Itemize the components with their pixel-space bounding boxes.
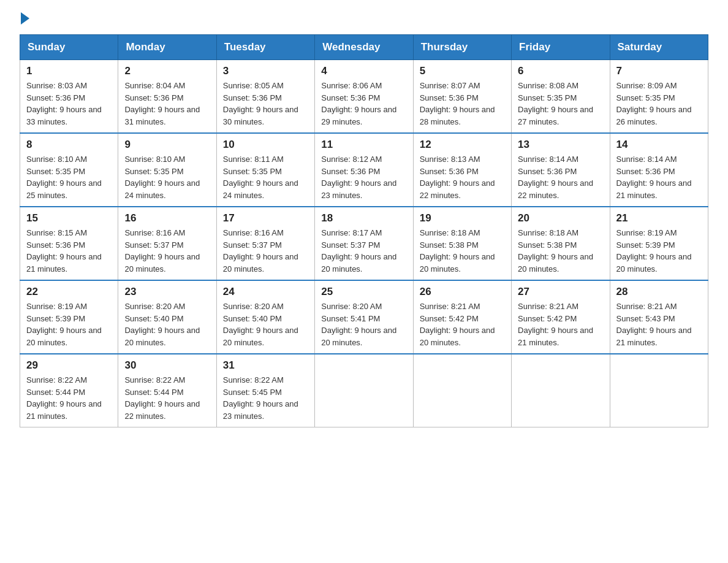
weekday-header-monday: Monday <box>118 35 216 60</box>
day-number: 12 <box>420 139 505 151</box>
day-number: 13 <box>518 139 603 151</box>
day-number: 17 <box>223 212 308 224</box>
calendar-cell <box>512 354 610 427</box>
day-number: 2 <box>124 65 210 77</box>
day-number: 28 <box>616 286 702 298</box>
day-number: 18 <box>321 212 406 224</box>
day-info: Sunrise: 8:19 AMSunset: 5:39 PMDaylight:… <box>616 227 702 275</box>
calendar-cell: 4Sunrise: 8:06 AMSunset: 5:36 PMDaylight… <box>315 60 413 134</box>
day-number: 1 <box>26 65 112 77</box>
day-info: Sunrise: 8:05 AMSunset: 5:36 PMDaylight:… <box>223 80 308 128</box>
calendar-cell: 2Sunrise: 8:04 AMSunset: 5:36 PMDaylight… <box>118 60 216 134</box>
calendar-cell: 10Sunrise: 8:11 AMSunset: 5:35 PMDayligh… <box>216 133 314 207</box>
day-number: 19 <box>420 212 505 224</box>
day-info: Sunrise: 8:16 AMSunset: 5:37 PMDaylight:… <box>124 227 210 275</box>
day-info: Sunrise: 8:14 AMSunset: 5:36 PMDaylight:… <box>616 153 702 201</box>
day-number: 24 <box>223 286 308 298</box>
calendar-cell: 31Sunrise: 8:22 AMSunset: 5:45 PMDayligh… <box>216 354 314 427</box>
calendar-cell: 11Sunrise: 8:12 AMSunset: 5:36 PMDayligh… <box>315 133 413 207</box>
day-number: 7 <box>616 65 702 77</box>
day-info: Sunrise: 8:20 AMSunset: 5:40 PMDaylight:… <box>223 301 308 348</box>
day-info: Sunrise: 8:13 AMSunset: 5:36 PMDaylight:… <box>420 153 505 201</box>
day-info: Sunrise: 8:12 AMSunset: 5:36 PMDaylight:… <box>321 153 406 201</box>
week-row-4: 22Sunrise: 8:19 AMSunset: 5:39 PMDayligh… <box>20 280 708 354</box>
day-info: Sunrise: 8:09 AMSunset: 5:35 PMDaylight:… <box>616 80 702 128</box>
day-number: 20 <box>518 212 603 224</box>
day-number: 8 <box>26 139 112 151</box>
calendar-cell: 28Sunrise: 8:21 AMSunset: 5:43 PMDayligh… <box>610 280 708 354</box>
calendar-cell <box>413 354 511 427</box>
day-number: 14 <box>616 139 702 151</box>
calendar-cell: 19Sunrise: 8:18 AMSunset: 5:38 PMDayligh… <box>413 207 511 280</box>
day-info: Sunrise: 8:18 AMSunset: 5:38 PMDaylight:… <box>420 227 505 275</box>
week-row-5: 29Sunrise: 8:22 AMSunset: 5:44 PMDayligh… <box>20 354 708 427</box>
day-number: 11 <box>321 139 406 151</box>
calendar-cell <box>315 354 413 427</box>
day-number: 29 <box>26 359 112 372</box>
weekday-header-saturday: Saturday <box>610 35 708 60</box>
calendar-cell: 17Sunrise: 8:16 AMSunset: 5:37 PMDayligh… <box>216 207 314 280</box>
day-info: Sunrise: 8:18 AMSunset: 5:38 PMDaylight:… <box>518 227 603 275</box>
calendar-cell: 23Sunrise: 8:20 AMSunset: 5:40 PMDayligh… <box>118 280 216 354</box>
day-info: Sunrise: 8:20 AMSunset: 5:40 PMDaylight:… <box>124 301 210 348</box>
calendar-cell: 16Sunrise: 8:16 AMSunset: 5:37 PMDayligh… <box>118 207 216 280</box>
day-number: 31 <box>223 359 308 372</box>
day-info: Sunrise: 8:06 AMSunset: 5:36 PMDaylight:… <box>321 80 406 128</box>
day-info: Sunrise: 8:16 AMSunset: 5:37 PMDaylight:… <box>223 227 308 275</box>
day-number: 4 <box>321 65 406 77</box>
day-number: 10 <box>223 139 308 151</box>
calendar-cell: 25Sunrise: 8:20 AMSunset: 5:41 PMDayligh… <box>315 280 413 354</box>
day-info: Sunrise: 8:15 AMSunset: 5:36 PMDaylight:… <box>26 227 112 275</box>
calendar-cell <box>610 354 708 427</box>
day-number: 22 <box>26 286 112 298</box>
calendar-cell: 3Sunrise: 8:05 AMSunset: 5:36 PMDaylight… <box>216 60 314 134</box>
weekday-header-row: SundayMondayTuesdayWednesdayThursdayFrid… <box>20 35 708 60</box>
day-info: Sunrise: 8:14 AMSunset: 5:36 PMDaylight:… <box>518 153 603 201</box>
weekday-header-tuesday: Tuesday <box>216 35 314 60</box>
day-number: 21 <box>616 212 702 224</box>
week-row-3: 15Sunrise: 8:15 AMSunset: 5:36 PMDayligh… <box>20 207 708 280</box>
calendar-cell: 1Sunrise: 8:03 AMSunset: 5:36 PMDaylight… <box>20 60 118 134</box>
calendar-table: SundayMondayTuesdayWednesdayThursdayFrid… <box>20 34 708 427</box>
day-number: 26 <box>420 286 505 298</box>
calendar-cell: 26Sunrise: 8:21 AMSunset: 5:42 PMDayligh… <box>413 280 511 354</box>
weekday-header-sunday: Sunday <box>20 35 118 60</box>
week-row-1: 1Sunrise: 8:03 AMSunset: 5:36 PMDaylight… <box>20 60 708 134</box>
calendar-cell: 29Sunrise: 8:22 AMSunset: 5:44 PMDayligh… <box>20 354 118 427</box>
day-number: 30 <box>124 359 210 372</box>
day-info: Sunrise: 8:03 AMSunset: 5:36 PMDaylight:… <box>26 80 112 128</box>
calendar-cell: 22Sunrise: 8:19 AMSunset: 5:39 PMDayligh… <box>20 280 118 354</box>
calendar-cell: 24Sunrise: 8:20 AMSunset: 5:40 PMDayligh… <box>216 280 314 354</box>
day-info: Sunrise: 8:08 AMSunset: 5:35 PMDaylight:… <box>518 80 603 128</box>
calendar-cell: 21Sunrise: 8:19 AMSunset: 5:39 PMDayligh… <box>610 207 708 280</box>
day-number: 3 <box>223 65 308 77</box>
calendar-cell: 18Sunrise: 8:17 AMSunset: 5:37 PMDayligh… <box>315 207 413 280</box>
day-info: Sunrise: 8:21 AMSunset: 5:43 PMDaylight:… <box>616 301 702 348</box>
day-info: Sunrise: 8:21 AMSunset: 5:42 PMDaylight:… <box>420 301 505 348</box>
day-info: Sunrise: 8:22 AMSunset: 5:44 PMDaylight:… <box>26 374 112 422</box>
calendar-cell: 20Sunrise: 8:18 AMSunset: 5:38 PMDayligh… <box>512 207 610 280</box>
calendar-cell: 12Sunrise: 8:13 AMSunset: 5:36 PMDayligh… <box>413 133 511 207</box>
weekday-header-thursday: Thursday <box>413 35 511 60</box>
calendar-cell: 15Sunrise: 8:15 AMSunset: 5:36 PMDayligh… <box>20 207 118 280</box>
day-number: 23 <box>124 286 210 298</box>
week-row-2: 8Sunrise: 8:10 AMSunset: 5:35 PMDaylight… <box>20 133 708 207</box>
day-info: Sunrise: 8:21 AMSunset: 5:42 PMDaylight:… <box>518 301 603 348</box>
day-info: Sunrise: 8:20 AMSunset: 5:41 PMDaylight:… <box>321 301 406 348</box>
logo <box>20 15 29 22</box>
day-info: Sunrise: 8:07 AMSunset: 5:36 PMDaylight:… <box>420 80 505 128</box>
day-info: Sunrise: 8:17 AMSunset: 5:37 PMDaylight:… <box>321 227 406 275</box>
calendar-cell: 30Sunrise: 8:22 AMSunset: 5:44 PMDayligh… <box>118 354 216 427</box>
page-header <box>20 15 708 22</box>
day-info: Sunrise: 8:22 AMSunset: 5:44 PMDaylight:… <box>124 374 210 422</box>
calendar-cell: 27Sunrise: 8:21 AMSunset: 5:42 PMDayligh… <box>512 280 610 354</box>
day-info: Sunrise: 8:10 AMSunset: 5:35 PMDaylight:… <box>124 153 210 201</box>
logo-arrow-icon <box>21 12 29 25</box>
weekday-header-wednesday: Wednesday <box>315 35 413 60</box>
day-number: 25 <box>321 286 406 298</box>
calendar-cell: 5Sunrise: 8:07 AMSunset: 5:36 PMDaylight… <box>413 60 511 134</box>
calendar-cell: 7Sunrise: 8:09 AMSunset: 5:35 PMDaylight… <box>610 60 708 134</box>
day-number: 27 <box>518 286 603 298</box>
calendar-cell: 9Sunrise: 8:10 AMSunset: 5:35 PMDaylight… <box>118 133 216 207</box>
day-info: Sunrise: 8:19 AMSunset: 5:39 PMDaylight:… <box>26 301 112 348</box>
